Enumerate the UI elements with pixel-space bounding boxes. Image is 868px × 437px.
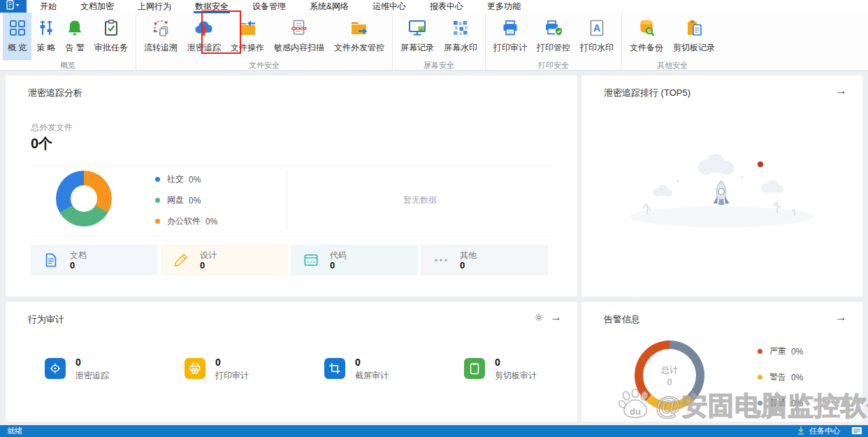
taskbar-panel-icon[interactable] (851, 427, 862, 436)
legend-label: 网盘 (167, 194, 184, 206)
alarm-info-panel: 告警信息 → 总计 0 严重 0% 警告 0% 普通 0% (581, 302, 862, 422)
legend-item-critical: 严重 0% (758, 345, 803, 357)
outgoing-channel-donut-chart (56, 171, 112, 227)
tab-system-network[interactable]: 系统&网络 (308, 1, 350, 13)
ribbon-button-alert[interactable]: 告 警 (61, 13, 89, 60)
stat-screenshot-audit[interactable]: 0 截屏审计 (324, 355, 464, 382)
arrow-right-icon[interactable]: → (835, 84, 847, 98)
legend-dot (155, 198, 160, 203)
legend-dot (155, 177, 160, 182)
task-center-button[interactable]: 任务中心 (809, 426, 840, 436)
tab-ops-center[interactable]: 运维中心 (371, 1, 407, 13)
legend-value: 0% (189, 196, 201, 206)
legend-dot (155, 219, 160, 224)
legend-value: 0% (205, 217, 217, 227)
ribbon-button-approval-tasks[interactable]: 审批任务 (89, 13, 133, 60)
panel-title: 行为审计 (28, 313, 64, 326)
card-value: 0 (70, 260, 87, 271)
ribbon-group-print-security: 打印审计 打印管控 A 打印水印 打印安全 (485, 13, 621, 70)
ribbon-button-label: 文件备份 (630, 42, 663, 54)
legend-dot (758, 401, 762, 406)
ribbon-button-screen-record[interactable]: 屏幕记录 (396, 13, 439, 60)
tab-doc-encrypt[interactable]: 文档加密 (79, 1, 115, 13)
legend-dot (758, 349, 762, 354)
ribbon-button-label: 泄密追踪 (187, 42, 221, 54)
ribbon-group-label: 屏幕安全 (396, 60, 482, 70)
print-audit-icon (501, 16, 519, 40)
tab-device-manage[interactable]: 设备管理 (251, 1, 287, 13)
folder-out-icon (349, 16, 369, 40)
divider (31, 165, 552, 166)
legend-dot (758, 375, 762, 380)
ribbon-button-file-outgoing-control[interactable]: 文件外发管控 (329, 13, 389, 60)
ribbon-button-print-control[interactable]: 打印管控 (532, 13, 575, 60)
legend-item-social: 社交 0% (155, 173, 217, 185)
tab-report-center[interactable]: 报表中心 (428, 1, 465, 13)
card-label: 设计 (200, 250, 217, 260)
tab-data-security[interactable]: 数据安全 (194, 1, 230, 13)
legend-label: 严重 (769, 345, 786, 357)
clipboard-record-icon (685, 16, 703, 40)
svg-text:A: A (593, 22, 600, 34)
ribbon-group-file-security: 流转追溯 泄密追踪 文件操作 敏感内容扫描 (136, 13, 392, 70)
legend-value: 0% (189, 175, 201, 185)
approval-clipboard-icon (102, 16, 120, 40)
legend-value: 0% (791, 347, 803, 357)
app-menu-button[interactable] (0, 0, 27, 13)
stat-print-audit[interactable]: 0 打印审计 (185, 355, 324, 382)
ribbon-button-label: 文件外发管控 (334, 42, 384, 54)
ribbon-button-file-operation[interactable]: 文件操作 (226, 13, 269, 60)
alert-bell-icon (66, 16, 84, 40)
card-design[interactable]: 设计 0 (161, 245, 288, 275)
legend-item-normal: 普通 0% (758, 397, 803, 409)
divider (31, 236, 552, 236)
card-document[interactable]: 文档 0 (31, 245, 158, 275)
stat-clipboard-audit[interactable]: 0 剪切板审计 (464, 355, 577, 382)
ribbon-button-label: 打印管控 (537, 42, 570, 54)
ribbon-button-leak-trace[interactable]: 泄密追踪 (182, 13, 226, 60)
ribbon-button-policy[interactable]: 策 略 (31, 13, 60, 60)
file-backup-icon (637, 16, 656, 40)
legend-value: 0% (791, 399, 803, 408)
ribbon-button-screen-watermark[interactable]: 屏幕水印 (439, 13, 482, 60)
stat-value: 0 (495, 355, 537, 369)
ribbon-button-label: 屏幕水印 (444, 42, 477, 54)
ribbon-group-other-security: 文件备份 剪切板记录 其他安全 (621, 13, 723, 70)
ribbon-button-label: 审批任务 (94, 42, 128, 54)
policy-sliders-icon (37, 16, 55, 40)
tab-start[interactable]: 开始 (38, 1, 58, 13)
arrow-right-icon[interactable]: → (835, 310, 847, 324)
ribbon-button-overview[interactable]: 概 览 (3, 13, 31, 60)
ribbon-button-sensitive-scan[interactable]: 敏感内容扫描 (269, 13, 329, 60)
legend-item-warning: 警告 0% (758, 371, 803, 383)
arrow-right-icon[interactable]: → (550, 310, 562, 324)
tab-web-behavior[interactable]: 上网行为 (136, 1, 173, 13)
ribbon-button-clipboard-record[interactable]: 剪切板记录 (668, 13, 720, 60)
tab-more-features[interactable]: 更多功能 (486, 1, 522, 13)
legend-label: 普通 (769, 397, 786, 409)
alarm-total-label: 总计 (661, 364, 678, 376)
ribbon-button-label: 流转追溯 (144, 42, 178, 54)
ribbon-toolbar: 概 览 策 略 告 警 审批任务 概览 (0, 13, 868, 71)
audit-stats: 0 泄密追踪 0 打印审计 0 截屏审计 (45, 355, 577, 382)
status-ready-text: 就绪 (7, 426, 22, 436)
ribbon-button-label: 打印审计 (493, 42, 527, 54)
menubar: 开始 文档加密 上网行为 数据安全 设备管理 系统&网络 运维中心 报表中心 更… (0, 0, 868, 13)
ribbon-button-print-watermark[interactable]: A 打印水印 (575, 13, 619, 60)
target-icon (45, 358, 66, 379)
crop-icon (324, 358, 345, 379)
legend-item-netdisk: 网盘 0% (155, 194, 217, 206)
card-code[interactable]: </> 代码 0 (291, 245, 418, 275)
app-menu-icon (6, 0, 21, 13)
empty-state-illustration (622, 149, 821, 236)
ribbon-button-label: 剪切板记录 (673, 42, 715, 54)
alarm-total-value: 0 (667, 378, 672, 387)
gear-icon[interactable] (534, 313, 544, 325)
ribbon-button-label: 敏感内容扫描 (274, 42, 324, 54)
card-other[interactable]: 其他 0 (421, 245, 548, 275)
no-data-text: 暂无数据 (287, 194, 554, 206)
ribbon-button-print-audit[interactable]: 打印审计 (489, 13, 532, 60)
ribbon-button-flow-trace[interactable]: 流转追溯 (139, 13, 182, 60)
stat-leak-trace[interactable]: 0 泄密追踪 (45, 355, 185, 382)
ribbon-button-file-backup[interactable]: 文件备份 (625, 13, 668, 60)
